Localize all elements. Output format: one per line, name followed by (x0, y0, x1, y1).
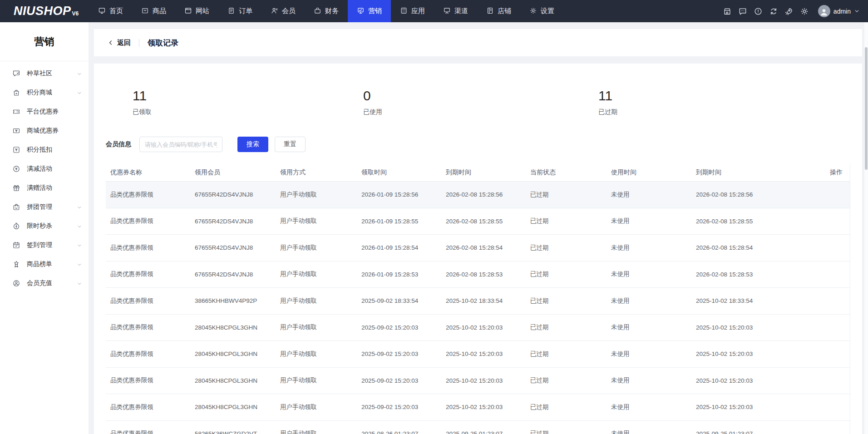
topnav-item-website[interactable]: 网站 (175, 0, 218, 22)
calculator-icon (400, 7, 408, 16)
table-cell: 用户手动领取 (276, 403, 357, 411)
sidebar-item-full-reduction[interactable]: 满减活动 (0, 159, 89, 178)
topnav-label: 商品 (153, 7, 166, 15)
table-cell: 已过期 (526, 403, 607, 411)
topnav-item-shop[interactable]: 店铺 (477, 0, 520, 22)
topbar-upgrade-button[interactable] (784, 7, 794, 16)
table-cell: 2026-01-09 15:28:53 (357, 271, 441, 278)
scrollbar-thumb[interactable] (865, 47, 868, 170)
sidebar-item-ranking[interactable]: 商品榜单 (0, 255, 89, 274)
topnav-item-apps[interactable]: 应用 (391, 0, 434, 22)
table-cell: 未使用 (607, 323, 691, 331)
briefcase-icon (314, 7, 321, 16)
topbar-storefront-button[interactable] (723, 7, 732, 16)
coin-yen-icon (12, 165, 20, 173)
table-cell: 已过期 (526, 191, 607, 199)
sidebar-item-platform-coupon[interactable]: 平台优惠券 (0, 102, 89, 121)
sidebar-menu: 种草社区积分商城平台优惠券商城优惠券积分抵扣满减活动满赠活动拼团管理限时秒杀签到… (0, 61, 89, 293)
back-button[interactable]: 返回 (108, 39, 131, 47)
chevron-down-icon (77, 281, 82, 286)
table-cell: 2026-02-08 15:28:56 (691, 191, 782, 198)
topnav-label: 财务 (325, 7, 339, 15)
header-divider (139, 39, 139, 47)
brand-logo[interactable]: NIUSHOP V6 (0, 0, 89, 22)
chevron-left-icon (108, 39, 114, 46)
username: admin (833, 8, 851, 15)
table-cell: 未使用 (607, 297, 691, 305)
brand-name: NIUSHOP (14, 4, 71, 18)
topnav-item-marketing[interactable]: 营销 (348, 0, 391, 22)
table-cell: 已过期 (526, 217, 607, 225)
sidebar-item-full-gift[interactable]: 满赠活动 (0, 178, 89, 197)
table-cell: 未使用 (607, 191, 691, 199)
table-cell: 品类优惠券限领 (106, 429, 190, 434)
gear-icon (529, 7, 537, 16)
topnav-item-channels[interactable]: 渠道 (434, 0, 477, 22)
stopwatch-icon (12, 222, 20, 230)
table-row: 品类优惠券限领28045KH8CPGL3GHN用户手动领取2025-09-02 … (106, 394, 850, 421)
sidebar-item-groupon[interactable]: 拼团管理 (0, 197, 89, 217)
bag-smile-icon (12, 203, 20, 211)
sidebar-item-points-mall[interactable]: 积分商城 (0, 83, 89, 102)
topnav-item-members[interactable]: 会员 (261, 0, 305, 22)
topnav-item-settings[interactable]: 设置 (520, 0, 563, 22)
topnav-item-goods[interactable]: 商品 (132, 0, 175, 22)
sidebar-item-shop-coupon[interactable]: 商城优惠券 (0, 121, 89, 140)
table-cell: 2025-10-02 15:20:03 (441, 324, 526, 331)
calendar-check-icon (12, 241, 20, 249)
topnav-label: 会员 (282, 7, 296, 15)
stat-used: 0 已使用 (363, 89, 382, 116)
topbar-refresh-button[interactable] (769, 7, 778, 16)
table-cell: 67655R42DS4VJNJ8 (190, 271, 276, 278)
sidebar-item-label: 平台优惠券 (27, 108, 82, 116)
topnav-label: 网站 (196, 7, 209, 15)
sidebar-item-community[interactable]: 种草社区 (0, 64, 89, 83)
main-content: 返回 领取记录 11 已领取 0 已使用 11 已过期 (89, 22, 868, 434)
sidebar-item-label: 签到管理 (27, 241, 77, 249)
table-cell: 2025-08-26 01:23:07 (357, 430, 441, 434)
avatar (818, 5, 830, 17)
topbar-alerts-button[interactable] (754, 7, 763, 16)
topnav-label: 渠道 (454, 7, 468, 15)
table-cell: 2025-10-02 15:20:03 (691, 377, 782, 384)
table-cell: 用户手动领取 (276, 297, 357, 305)
table-cell: 2025-10-02 18:33:54 (691, 297, 782, 304)
sidebar-item-flash-sale[interactable]: 限时秒杀 (0, 217, 89, 236)
table-cell: 用户手动领取 (276, 270, 357, 278)
topbar-messages-button[interactable] (738, 7, 747, 16)
table-cell: 品类优惠券限领 (106, 350, 190, 358)
table-cell: 28045KH8CPGL3GHN (190, 404, 276, 410)
table-cell: 未使用 (607, 403, 691, 411)
table-cell: 品类优惠券限领 (106, 244, 190, 252)
table-cell: 2025-10-02 15:20:03 (441, 404, 526, 410)
chevron-down-icon (77, 90, 82, 95)
easel-icon (443, 7, 451, 16)
stat-used-label: 已使用 (363, 108, 382, 116)
topnav-item-orders[interactable]: 订单 (218, 0, 261, 22)
table-cell: 2025-09-02 15:20:03 (357, 324, 441, 331)
topnav-item-home[interactable]: 首页 (89, 0, 132, 22)
user-menu[interactable]: admin (818, 5, 860, 17)
sidebar-item-label: 拼团管理 (27, 203, 77, 211)
table-cell: 2026-02-08 15:28:54 (441, 244, 526, 251)
topbar: NIUSHOP V6 首页商品网站订单会员财务营销应用渠道店铺设置 admin (0, 0, 868, 22)
column-header: 领取时间 (357, 168, 441, 177)
table-cell: 用户手动领取 (276, 376, 357, 385)
sidebar-item-label: 满赠活动 (27, 184, 82, 192)
table-row: 品类优惠券限领67655R42DS4VJNJ8用户手动领取2026-01-09 … (106, 208, 850, 235)
sidebar-item-sign-in[interactable]: 签到管理 (0, 236, 89, 255)
column-header: 使用时间 (607, 168, 691, 177)
bag-icon (12, 89, 20, 97)
sidebar-item-points-deduct[interactable]: 积分抵扣 (0, 140, 89, 159)
column-header: 到期时间 (441, 168, 526, 177)
stat-expired-label: 已过期 (598, 108, 617, 116)
topnav-item-finance[interactable]: 财务 (305, 0, 348, 22)
page-header: 返回 领取记录 (94, 29, 862, 56)
table-cell: 品类优惠券限领 (106, 376, 190, 385)
topbar-settings-button[interactable] (800, 7, 809, 16)
stat-claimed-value: 11 (133, 89, 152, 103)
table-cell: 2026-02-08 15:28:54 (691, 244, 782, 251)
table-cell: 用户手动领取 (276, 323, 357, 331)
table-cell: 2026-02-08 15:28:55 (691, 218, 782, 225)
sidebar-item-recharge[interactable]: 会员充值 (0, 274, 89, 293)
